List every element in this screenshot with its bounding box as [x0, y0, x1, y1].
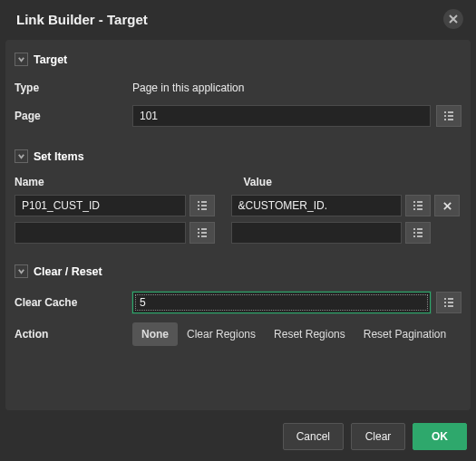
list-icon: [196, 226, 209, 239]
label-page: Page: [15, 110, 132, 122]
dialog-header: Link Builder - Target: [0, 0, 476, 40]
action-reset-pagination[interactable]: Reset Pagination: [355, 322, 455, 346]
col-head-name: Name: [15, 172, 233, 192]
page-lov-button[interactable]: [436, 105, 461, 127]
action-segmented: None Clear Regions Reset Regions Reset P…: [132, 322, 455, 346]
section-target-title: Target: [34, 53, 67, 66]
item-value-lov-button[interactable]: [405, 222, 431, 244]
dialog-footer: Cancel Clear OK: [0, 416, 476, 461]
list-icon: [442, 296, 455, 309]
section-set-items-header[interactable]: Set Items: [13, 144, 463, 172]
label-action: Action: [15, 328, 132, 341]
close-button[interactable]: [443, 9, 463, 29]
list-icon: [196, 199, 209, 212]
set-items-row: [13, 192, 463, 219]
row-type: Type Page in this application: [13, 75, 463, 101]
item-name-lov-button[interactable]: [189, 222, 215, 244]
set-items-row: [13, 219, 463, 246]
item-value-input[interactable]: [231, 222, 403, 244]
item-value-input[interactable]: [231, 195, 403, 216]
section-target-header[interactable]: Target: [13, 47, 463, 75]
clear-button[interactable]: Clear: [351, 423, 405, 450]
row-clear-cache: Clear Cache: [13, 287, 463, 318]
chevron-down-icon: [15, 149, 28, 163]
section-clear-reset-title: Clear / Reset: [34, 265, 102, 278]
set-items-headers: Name Value: [13, 172, 463, 192]
list-icon: [442, 110, 455, 122]
dialog-body: Target Type Page in this application Pag…: [5, 40, 471, 410]
item-name-input[interactable]: [15, 195, 186, 216]
close-icon: [442, 201, 452, 211]
list-icon: [412, 226, 424, 239]
section-set-items-title: Set Items: [34, 150, 84, 163]
list-icon: [412, 199, 424, 212]
chevron-down-icon: [15, 264, 28, 278]
ok-button[interactable]: OK: [413, 423, 467, 450]
action-clear-regions[interactable]: Clear Regions: [178, 322, 265, 346]
close-icon: [448, 14, 459, 24]
item-delete-button[interactable]: [434, 195, 460, 216]
action-reset-regions[interactable]: Reset Regions: [265, 322, 355, 346]
page-input[interactable]: [132, 105, 431, 127]
row-page: Page: [13, 101, 463, 131]
row-action: Action None Clear Regions Reset Regions …: [13, 318, 463, 351]
label-type: Type: [15, 82, 132, 94]
item-name-input[interactable]: [15, 222, 186, 244]
dialog-title: Link Builder - Target: [16, 12, 148, 27]
clear-cache-input[interactable]: [132, 292, 431, 313]
section-clear-reset-header[interactable]: Clear / Reset: [13, 259, 463, 287]
chevron-down-icon: [15, 53, 28, 66]
col-head-value: Value: [244, 172, 462, 192]
action-none[interactable]: None: [132, 322, 178, 346]
clear-cache-lov-button[interactable]: [436, 292, 461, 313]
label-clear-cache: Clear Cache: [15, 296, 132, 309]
cancel-button[interactable]: Cancel: [283, 423, 344, 450]
item-name-lov-button[interactable]: [189, 195, 215, 216]
value-type: Page in this application: [132, 82, 244, 94]
item-value-lov-button[interactable]: [405, 195, 431, 216]
